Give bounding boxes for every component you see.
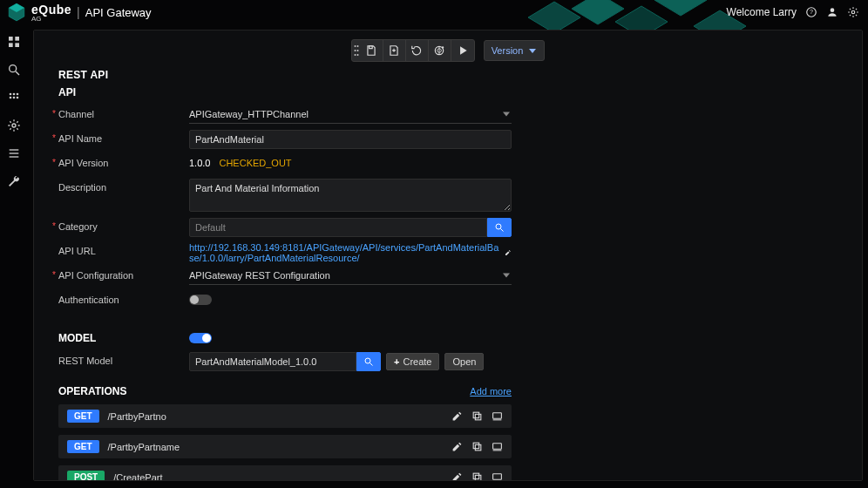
export-button[interactable] [383, 40, 406, 61]
chevron-down-icon [528, 46, 537, 55]
category-search-button[interactable] [487, 218, 512, 237]
operation-path: /PartbyPartno [108, 411, 443, 422]
play-button[interactable] [451, 40, 474, 61]
welcome-text: Welcome Larry [727, 6, 797, 18]
header-right: Welcome Larry ? [727, 6, 859, 18]
category-input[interactable] [189, 218, 487, 237]
version-dropdown[interactable]: Version [484, 40, 546, 61]
wrench-icon[interactable] [7, 174, 21, 188]
section-api-heading: API [58, 86, 837, 98]
api-url-label: API URL [58, 242, 189, 256]
svg-point-31 [354, 54, 356, 56]
svg-rect-51 [473, 473, 479, 479]
open-model-button[interactable]: Open [444, 353, 484, 370]
preview-icon[interactable] [492, 410, 503, 422]
channel-label: Channel [58, 105, 189, 119]
svg-rect-42 [475, 414, 481, 420]
svg-rect-13 [9, 43, 13, 47]
edit-icon[interactable] [451, 410, 463, 422]
edit-url-icon[interactable] [505, 247, 512, 258]
operation-path: /CreatePart [113, 472, 443, 482]
svg-line-41 [370, 363, 373, 366]
search-icon [363, 356, 374, 367]
svg-point-27 [354, 45, 356, 47]
brand-separator: | [77, 5, 80, 19]
apps-icon[interactable] [7, 91, 21, 105]
preview-icon[interactable] [492, 441, 503, 452]
version-label: Version [492, 45, 524, 56]
svg-rect-47 [473, 443, 479, 449]
copy-icon[interactable] [471, 441, 483, 452]
save-button[interactable] [361, 40, 383, 61]
operation-row[interactable]: GET/PartbyPartno [58, 404, 512, 428]
edit-icon[interactable] [451, 441, 463, 452]
operation-path: /PartbyPartname [108, 442, 443, 452]
svg-rect-52 [493, 474, 502, 480]
drag-handle-icon[interactable] [352, 40, 361, 61]
http-method-badge: GET [67, 410, 99, 423]
operations-list: GET/PartbyPartnoGET/PartbyPartnamePOST/C… [58, 404, 512, 481]
svg-rect-48 [493, 444, 502, 449]
edit-icon[interactable] [451, 471, 463, 481]
dashboard-icon[interactable] [7, 35, 21, 49]
page-toolbar: Version [58, 39, 837, 62]
svg-point-28 [356, 45, 358, 47]
user-icon[interactable] [826, 6, 838, 18]
add-more-link[interactable]: Add more [470, 386, 512, 396]
left-nav [0, 24, 28, 488]
channel-select[interactable]: APIGateway_HTTPChannel [189, 105, 512, 124]
svg-rect-14 [15, 43, 19, 47]
operation-row[interactable]: GET/PartbyPartname [58, 435, 512, 458]
toolbar-cluster [351, 39, 475, 62]
svg-point-18 [13, 93, 16, 96]
svg-point-29 [354, 50, 356, 51]
brand-logo-icon [7, 3, 26, 22]
svg-point-19 [17, 93, 19, 96]
svg-rect-44 [493, 413, 502, 419]
svg-rect-46 [475, 444, 481, 450]
rest-model-input[interactable] [189, 352, 356, 371]
svg-marker-3 [572, 0, 624, 24]
revert-button[interactable] [406, 40, 429, 61]
model-toggle[interactable] [189, 333, 212, 343]
settings-icon[interactable] [847, 6, 859, 18]
publish-button[interactable] [429, 40, 451, 61]
description-textarea[interactable]: Part And Material Information [189, 179, 512, 212]
preview-icon[interactable] [492, 471, 503, 481]
api-name-label: API Name [58, 130, 189, 144]
operation-row[interactable]: POST/CreatePart [58, 465, 512, 481]
svg-marker-37 [529, 49, 536, 53]
svg-text:?: ? [810, 9, 813, 15]
create-model-button[interactable]: +Create [386, 353, 439, 370]
copy-icon[interactable] [471, 410, 483, 422]
copy-icon[interactable] [471, 471, 483, 481]
rest-model-search-button[interactable] [356, 352, 381, 371]
api-config-label: API Configuration [58, 267, 189, 281]
rest-model-label: REST Model [58, 352, 189, 366]
authentication-toggle[interactable] [189, 295, 212, 305]
api-url-link[interactable]: http://192.168.30.149:8181/APIGateway/AP… [189, 242, 499, 263]
api-version-value: 1.0.0 [189, 158, 210, 168]
search-icon [494, 222, 505, 233]
api-name-input[interactable] [189, 130, 512, 149]
page-title: REST API [58, 69, 837, 81]
gear-icon[interactable] [7, 119, 21, 132]
svg-marker-36 [460, 46, 467, 54]
brand: eQube AG [7, 3, 71, 23]
svg-marker-5 [654, 0, 707, 16]
svg-point-20 [10, 97, 12, 99]
search-icon[interactable] [7, 63, 21, 77]
svg-rect-43 [473, 412, 479, 418]
help-icon[interactable]: ? [805, 6, 817, 18]
api-form: Channel APIGateway_HTTPChannel API Name … [58, 105, 512, 481]
authentication-label: Authentication [58, 291, 189, 305]
http-method-badge: POST [67, 471, 105, 481]
svg-point-38 [496, 224, 501, 229]
api-config-select[interactable]: APIGateway REST Configuration [189, 267, 512, 285]
svg-point-10 [851, 10, 855, 14]
svg-rect-11 [9, 37, 13, 41]
svg-point-40 [365, 358, 370, 363]
list-icon[interactable] [7, 146, 21, 160]
section-operations-heading: OPERATIONS [58, 385, 126, 397]
api-version-status: CHECKED_OUT [219, 158, 291, 168]
